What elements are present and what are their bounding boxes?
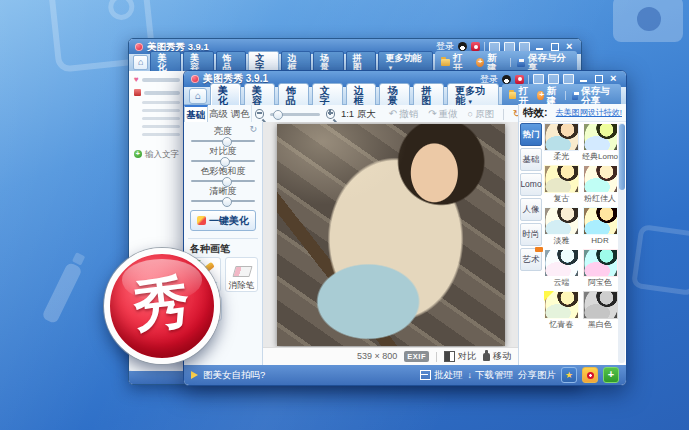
favorites-button[interactable] [561, 367, 577, 383]
effect-thumbnail[interactable] [583, 291, 618, 319]
effect-soft-light[interactable]: 柔光 [544, 123, 579, 164]
skin-icon[interactable] [533, 74, 544, 84]
editor-bottombar: 图美女自拍吗? 批处理 下载管理 分享图片 [184, 365, 626, 385]
redo-icon [428, 109, 436, 119]
beautify-label: 一键美化 [209, 216, 249, 226]
effect-thumbnail[interactable] [544, 165, 579, 193]
save-share-button[interactable]: 保存与分享 [572, 86, 614, 105]
download-manager-button[interactable]: 下载管理 [468, 370, 514, 380]
effects-tab-basic[interactable]: 基础 [520, 148, 542, 171]
list-item[interactable] [134, 109, 180, 112]
minimize-button[interactable] [578, 74, 589, 84]
maximize-button[interactable] [549, 42, 560, 52]
effect-thumbnail[interactable] [544, 207, 579, 235]
effect-label: 柔光 [544, 153, 579, 161]
undo-button[interactable]: 撤销 [389, 109, 418, 119]
effect-classic-lomo[interactable]: 经典Lomo [582, 123, 618, 164]
settings-icon[interactable] [519, 42, 530, 52]
batch-process-button[interactable]: 批处理 [420, 370, 463, 380]
effect-thumbnail[interactable] [544, 291, 579, 319]
effect-retro[interactable]: 复古 [544, 165, 579, 206]
close-button[interactable] [608, 74, 619, 84]
redo-button[interactable]: 重做 [428, 109, 457, 119]
open-button[interactable]: 打开 [509, 86, 532, 105]
panel-tab-tone[interactable]: 调色 [229, 105, 251, 123]
message-icon[interactable] [504, 42, 515, 52]
panel-tab-advanced[interactable]: 高级 [208, 105, 230, 123]
list-item[interactable] [134, 76, 180, 84]
panel-tab-basic[interactable]: 基础 [184, 105, 208, 123]
zoom-out-icon[interactable] [255, 109, 264, 119]
original-view-button[interactable]: 原图 [468, 109, 494, 119]
list-item[interactable] [134, 89, 180, 96]
slider-thumb[interactable] [222, 177, 232, 187]
reset-sliders-icon[interactable] [249, 125, 257, 134]
effect-youth-memory[interactable]: 忆青春 [544, 291, 579, 332]
home-tab[interactable] [189, 88, 207, 104]
effect-thumbnail[interactable] [544, 123, 579, 151]
effects-scrollbar[interactable] [618, 123, 625, 363]
effect-pink-lady[interactable]: 粉红佳人 [582, 165, 618, 206]
effects-tab-hot[interactable]: 热门 [520, 123, 542, 146]
camera-icon[interactable] [471, 42, 480, 51]
slider-track[interactable] [191, 180, 255, 182]
one-key-beautify-button[interactable]: 一键美化 [190, 210, 256, 231]
skin-icon[interactable] [489, 42, 500, 52]
list-item[interactable] [134, 101, 180, 104]
settings-icon[interactable] [563, 74, 574, 84]
home-tab[interactable] [133, 55, 148, 70]
effects-tab-art[interactable]: 艺术 [520, 248, 542, 271]
effect-hdr[interactable]: HDR [582, 207, 618, 248]
effects-tab-fashion[interactable]: 时尚 [520, 223, 542, 246]
qq-icon[interactable] [458, 42, 467, 51]
list-item[interactable] [134, 133, 180, 136]
slider-thumb[interactable] [222, 197, 232, 207]
save-icon [517, 58, 525, 67]
slider-track[interactable] [191, 200, 255, 202]
zoom-level-label[interactable]: 1:1 原大 [341, 109, 376, 119]
zoom-in-icon[interactable] [326, 109, 335, 119]
compare-button[interactable]: 对比 [444, 351, 476, 362]
effect-thumbnail[interactable] [583, 165, 618, 193]
effect-thumbnail[interactable] [583, 123, 618, 151]
add-button[interactable] [603, 367, 619, 383]
camera-icon[interactable] [515, 75, 524, 84]
scrollbar-thumb[interactable] [619, 124, 625, 190]
effect-thumbnail[interactable] [583, 249, 618, 277]
enter-text-button[interactable]: 输入文字 [134, 150, 180, 159]
close-button[interactable] [564, 42, 575, 52]
undo-label: 撤销 [399, 109, 418, 119]
zoom-slider[interactable] [270, 113, 320, 116]
slider-thumb[interactable] [222, 137, 232, 147]
qq-icon[interactable] [502, 75, 511, 84]
meitu-camera-button[interactable] [582, 367, 598, 383]
enter-text-label: 输入文字 [145, 150, 179, 159]
effects-tab-portrait[interactable]: 人像 [520, 198, 542, 221]
move-button[interactable]: 移动 [483, 352, 511, 361]
slider-track[interactable] [191, 140, 255, 142]
exif-badge[interactable]: EXIF [404, 351, 429, 362]
divider [436, 352, 437, 362]
effect-abao-color[interactable]: 阿宝色 [582, 249, 618, 290]
slider-track[interactable] [191, 160, 255, 162]
list-item[interactable] [134, 125, 180, 128]
effect-thumbnail[interactable] [583, 207, 618, 235]
effect-cloud[interactable]: 云端 [544, 249, 579, 290]
effects-link[interactable]: 去美图网设计特效! [556, 109, 622, 117]
effect-elegant[interactable]: 淡雅 [544, 207, 579, 248]
login-link[interactable]: 登录 [436, 42, 454, 51]
open-label: 打开 [519, 86, 532, 105]
eraser-pen-button[interactable]: 消除笔 [225, 257, 258, 292]
effect-black-white[interactable]: 黑白色 [582, 291, 618, 332]
maximize-button[interactable] [593, 74, 604, 84]
effects-tab-lomo[interactable]: Lomo [520, 173, 542, 196]
slider-thumb[interactable] [220, 157, 230, 167]
share-picture-button[interactable]: 分享图片 [518, 370, 556, 380]
message-icon[interactable] [548, 74, 559, 84]
new-button[interactable]: 新建 [537, 86, 559, 105]
zoom-slider-thumb[interactable] [273, 110, 283, 120]
effect-thumbnail[interactable] [544, 249, 579, 277]
minimize-button[interactable] [534, 42, 545, 52]
tip-text[interactable]: 图美女自拍吗? [203, 370, 265, 380]
list-item[interactable] [134, 117, 180, 120]
